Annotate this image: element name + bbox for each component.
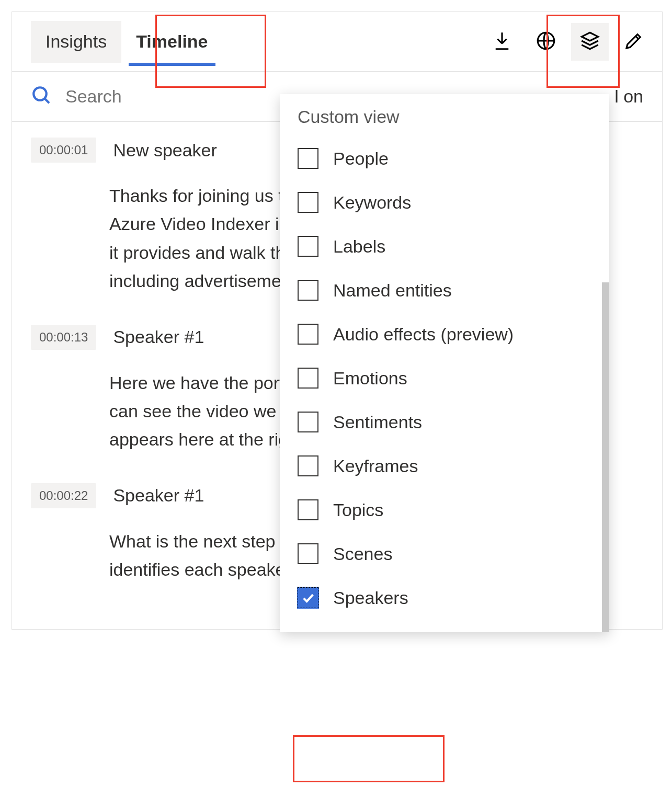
checkbox-icon [298, 324, 318, 345]
dropdown-item-label: Speakers [333, 588, 408, 608]
dropdown-item-labels[interactable]: Labels [280, 224, 609, 268]
tab-insights[interactable]: Insights [31, 21, 121, 63]
speaker-label: Speaker #1 [113, 485, 204, 506]
checkbox-icon [298, 499, 318, 520]
tab-timeline-label: Timeline [136, 31, 208, 52]
dropdown-item-scenes[interactable]: Scenes [280, 532, 609, 576]
checkbox-checked-icon [298, 587, 318, 608]
checkbox-icon [298, 368, 318, 389]
download-button[interactable] [483, 23, 521, 61]
download-icon [491, 30, 513, 54]
custom-view-button[interactable] [571, 23, 609, 61]
custom-view-dropdown: Custom view People Keywords Labels Named… [280, 94, 609, 632]
highlight-speakers-option [293, 735, 445, 782]
edit-button[interactable] [615, 23, 653, 61]
tab-bar: Insights Timeline [12, 12, 662, 72]
search-icon [31, 85, 53, 109]
timestamp-badge: 00:00:13 [31, 325, 96, 350]
dropdown-item-topics[interactable]: Topics [280, 488, 609, 532]
checkbox-icon [298, 280, 318, 301]
dropdown-item-label: Keyframes [333, 456, 418, 476]
language-button[interactable] [527, 23, 565, 61]
timestamp-badge: 00:00:01 [31, 138, 96, 163]
dropdown-item-speakers[interactable]: Speakers [280, 576, 609, 620]
dropdown-scrollbar[interactable] [602, 282, 609, 632]
dropdown-item-emotions[interactable]: Emotions [280, 356, 609, 400]
dropdown-item-audio-effects[interactable]: Audio effects (preview) [280, 312, 609, 356]
pencil-icon [623, 30, 645, 54]
dropdown-item-label: Keywords [333, 192, 411, 213]
dropdown-item-label: Emotions [333, 368, 407, 389]
dropdown-item-label: Sentiments [333, 412, 422, 432]
checkbox-icon [298, 543, 318, 564]
speaker-label: New speaker [113, 140, 217, 161]
checkbox-icon [298, 412, 318, 432]
timestamp-badge: 00:00:22 [31, 483, 96, 508]
dropdown-item-keywords[interactable]: Keywords [280, 180, 609, 224]
dropdown-item-people[interactable]: People [280, 136, 609, 180]
dropdown-item-label: People [333, 149, 389, 169]
speaker-label: Speaker #1 [113, 327, 204, 347]
dropdown-item-label: Topics [333, 500, 383, 520]
checkbox-icon [298, 455, 318, 476]
dropdown-item-keyframes[interactable]: Keyframes [280, 444, 609, 488]
checkbox-icon [298, 148, 318, 169]
dropdown-item-sentiments[interactable]: Sentiments [280, 400, 609, 444]
dropdown-item-label: Named entities [333, 280, 452, 301]
layers-icon [579, 30, 601, 54]
globe-icon [535, 30, 557, 54]
checkbox-icon [298, 192, 318, 213]
autoscroll-fragment: l on [614, 86, 643, 107]
dropdown-item-label: Scenes [333, 544, 392, 564]
svg-point-1 [33, 87, 47, 100]
dropdown-item-named-entities[interactable]: Named entities [280, 268, 609, 312]
dropdown-item-label: Audio effects (preview) [333, 324, 514, 345]
checkbox-icon [298, 236, 318, 257]
tab-timeline[interactable]: Timeline [121, 21, 222, 63]
dropdown-item-label: Labels [333, 236, 385, 257]
tab-insights-label: Insights [45, 31, 107, 52]
dropdown-title: Custom view [280, 107, 609, 136]
